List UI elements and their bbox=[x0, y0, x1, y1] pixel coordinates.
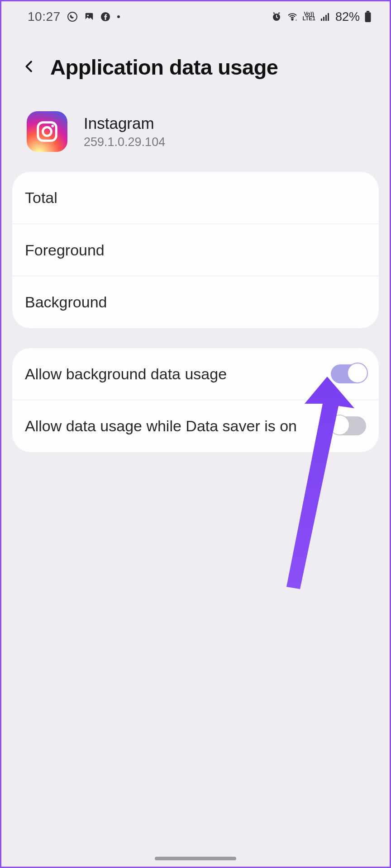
app-text: Instagram 259.1.0.29.104 bbox=[84, 114, 165, 149]
allow-data-saver-row[interactable]: Allow data usage while Data saver is on bbox=[12, 400, 379, 452]
svg-point-0 bbox=[68, 12, 77, 21]
usage-total-label: Total bbox=[25, 188, 366, 208]
svg-rect-12 bbox=[367, 11, 370, 12]
svg-text:+: + bbox=[295, 18, 297, 22]
svg-point-15 bbox=[43, 127, 52, 136]
svg-rect-13 bbox=[365, 12, 371, 22]
status-time: 10:27 bbox=[28, 9, 61, 24]
svg-rect-11 bbox=[328, 13, 329, 21]
page-header: Application data usage bbox=[1, 28, 390, 93]
app-version: 259.1.0.29.104 bbox=[84, 135, 165, 149]
status-right: + Vo)) LTE1 82% bbox=[271, 10, 372, 24]
more-notifications-dot-icon bbox=[117, 15, 120, 19]
svg-rect-8 bbox=[321, 19, 322, 21]
volte-icon: Vo)) LTE1 bbox=[303, 12, 315, 21]
app-name: Instagram bbox=[84, 114, 165, 132]
app-info-row: Instagram 259.1.0.29.104 bbox=[1, 93, 390, 172]
page-title: Application data usage bbox=[50, 55, 278, 80]
svg-point-16 bbox=[51, 125, 54, 127]
wifi-icon: + bbox=[286, 11, 298, 22]
signal-icon bbox=[320, 11, 331, 22]
usage-background-label: Background bbox=[25, 292, 366, 312]
usage-card: Total Foreground Background bbox=[12, 172, 379, 328]
status-left: 10:27 bbox=[28, 9, 120, 24]
status-bar: 10:27 + Vo)) LTE1 82% bbox=[1, 1, 390, 28]
allow-bg-data-row[interactable]: Allow background data usage bbox=[12, 348, 379, 401]
gallery-icon bbox=[84, 12, 94, 22]
toggles-card: Allow background data usage Allow data u… bbox=[12, 348, 379, 452]
back-icon[interactable] bbox=[22, 57, 37, 78]
allow-bg-data-label: Allow background data usage bbox=[25, 364, 322, 384]
usage-background-row[interactable]: Background bbox=[12, 276, 379, 328]
svg-point-2 bbox=[87, 14, 89, 16]
allow-data-saver-toggle[interactable] bbox=[331, 416, 366, 435]
instagram-icon bbox=[27, 111, 67, 152]
allow-data-saver-label: Allow data usage while Data saver is on bbox=[25, 416, 322, 436]
facebook-icon bbox=[100, 12, 110, 22]
usage-total-row[interactable]: Total bbox=[12, 172, 379, 224]
svg-point-6 bbox=[291, 19, 293, 20]
usage-foreground-row[interactable]: Foreground bbox=[12, 224, 379, 277]
svg-rect-9 bbox=[323, 17, 324, 21]
alarm-icon bbox=[271, 11, 282, 22]
svg-rect-10 bbox=[325, 15, 327, 21]
whatsapp-icon bbox=[67, 11, 78, 22]
nav-handle[interactable] bbox=[155, 857, 236, 860]
usage-foreground-label: Foreground bbox=[25, 241, 366, 260]
battery-percent: 82% bbox=[335, 10, 360, 24]
battery-icon bbox=[364, 11, 372, 23]
allow-bg-data-toggle[interactable] bbox=[331, 364, 366, 383]
svg-point-4 bbox=[117, 15, 120, 18]
